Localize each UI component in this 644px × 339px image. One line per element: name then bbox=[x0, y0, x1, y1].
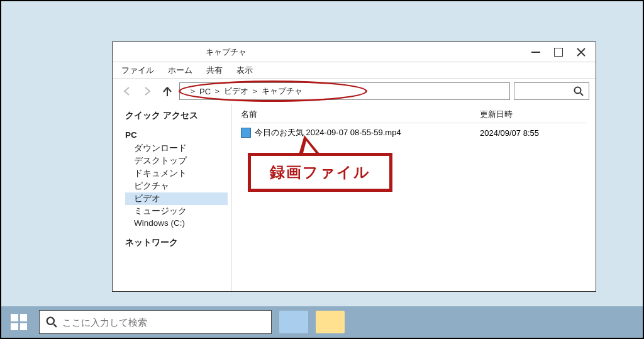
titlebar[interactable]: キャプチャ bbox=[113, 42, 596, 62]
breadcrumb-video[interactable]: ビデオ bbox=[224, 86, 248, 97]
explorer-body: クイック アクセス PC ダウンロード デスクトップ ドキュメント ピクチャ ビ… bbox=[113, 104, 596, 291]
sidebar-item-music[interactable]: ミュージック bbox=[125, 205, 231, 218]
taskbar-search-input[interactable] bbox=[62, 317, 265, 328]
file-date: 2024/09/07 8:55 bbox=[480, 128, 539, 138]
minimize-button[interactable] bbox=[530, 47, 541, 58]
breadcrumb-sep: ＞ bbox=[251, 86, 259, 97]
taskbar-app-1[interactable] bbox=[279, 311, 308, 333]
forward-button[interactable] bbox=[139, 83, 155, 99]
svg-point-3 bbox=[47, 318, 54, 325]
file-row[interactable]: 今日のお天気 2024-09-07 08-55-59.mp4 2024/09/0… bbox=[241, 123, 587, 142]
window-controls bbox=[530, 47, 596, 58]
annotation-callout: 録画ファイル bbox=[248, 153, 392, 192]
column-headers: 名前 更新日時 bbox=[241, 109, 587, 123]
breadcrumb-capture[interactable]: キャプチャ bbox=[262, 86, 303, 97]
breadcrumb-pc[interactable]: PC bbox=[199, 87, 211, 96]
menu-share[interactable]: 共有 bbox=[206, 65, 223, 76]
start-button[interactable] bbox=[6, 309, 31, 335]
sidebar-item-desktop[interactable]: デスクトップ bbox=[125, 155, 231, 167]
taskbar bbox=[1, 306, 643, 338]
explorer-search-field[interactable] bbox=[514, 82, 589, 100]
navigation-bar: ＞ PC ＞ ビデオ ＞ キャプチャ bbox=[113, 79, 596, 104]
up-button[interactable] bbox=[159, 83, 175, 99]
window-title: キャプチャ bbox=[206, 47, 247, 58]
sidebar-network[interactable]: ネットワーク bbox=[125, 237, 231, 248]
taskbar-search-box[interactable] bbox=[39, 310, 272, 334]
breadcrumb-sep: ＞ bbox=[213, 86, 221, 97]
breadcrumb-sep: ＞ bbox=[189, 86, 197, 97]
menu-home[interactable]: ホーム bbox=[168, 65, 192, 76]
menu-view[interactable]: 表示 bbox=[236, 65, 253, 76]
search-icon bbox=[574, 86, 584, 96]
sidebar-item-videos[interactable]: ビデオ bbox=[125, 192, 228, 205]
sidebar-pc[interactable]: PC bbox=[125, 130, 231, 140]
sidebar-item-pictures[interactable]: ピクチャ bbox=[125, 180, 231, 192]
file-name: 今日のお天気 2024-09-07 08-55-59.mp4 bbox=[255, 127, 480, 138]
address-bar[interactable]: ＞ PC ＞ ビデオ ＞ キャプチャ bbox=[179, 82, 510, 100]
close-button[interactable] bbox=[575, 47, 587, 58]
back-button[interactable] bbox=[119, 83, 135, 99]
svg-point-2 bbox=[575, 87, 581, 94]
menu-file[interactable]: ファイル bbox=[121, 65, 154, 76]
sidebar-item-cdrive[interactable]: Windows (C:) bbox=[125, 218, 231, 228]
sidebar-item-downloads[interactable]: ダウンロード bbox=[125, 142, 231, 155]
navigation-pane: クイック アクセス PC ダウンロード デスクトップ ドキュメント ピクチャ ビ… bbox=[113, 104, 232, 291]
menubar: ファイル ホーム 共有 表示 bbox=[113, 62, 596, 79]
windows-logo-icon bbox=[11, 314, 27, 330]
column-header-name[interactable]: 名前 bbox=[241, 109, 480, 120]
maximize-button[interactable] bbox=[553, 47, 564, 58]
taskbar-app-2[interactable] bbox=[316, 311, 345, 333]
column-header-date[interactable]: 更新日時 bbox=[480, 109, 513, 120]
sidebar-item-documents[interactable]: ドキュメント bbox=[125, 167, 231, 180]
video-file-icon bbox=[241, 128, 251, 138]
sidebar-quick-access[interactable]: クイック アクセス bbox=[125, 110, 231, 121]
file-list-pane: 名前 更新日時 今日のお天気 2024-09-07 08-55-59.mp4 2… bbox=[232, 104, 596, 291]
search-icon bbox=[46, 316, 57, 328]
file-explorer-window: キャプチャ ファイル ホーム 共有 表示 ＞ PC ＞ ビデオ ＞ bbox=[112, 42, 596, 292]
callout-label: 録画ファイル bbox=[248, 153, 392, 192]
